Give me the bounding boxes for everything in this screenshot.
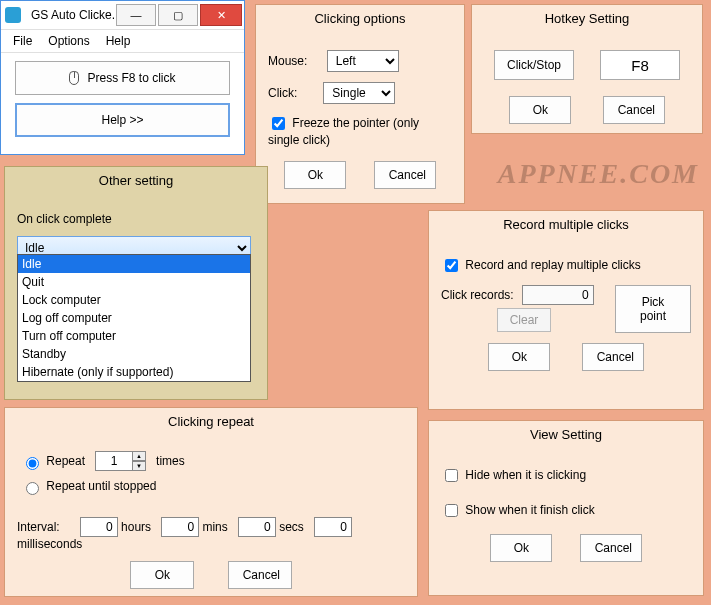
hours-label: hours xyxy=(121,520,151,534)
menu-help[interactable]: Help xyxy=(98,32,139,50)
interval-ms-input[interactable] xyxy=(314,517,352,537)
clicking-options-title: Clicking options xyxy=(256,5,464,32)
view-setting-title: View Setting xyxy=(429,421,703,448)
dropdown-option-standby[interactable]: Standby xyxy=(18,345,250,363)
ok-button[interactable]: Ok xyxy=(490,534,552,562)
hotkey-setting-panel: Hotkey Setting Click/Stop F8 Ok Cancel xyxy=(471,4,703,134)
ok-button[interactable]: Ok xyxy=(284,161,346,189)
ms-label: milliseconds xyxy=(17,537,82,551)
cancel-button[interactable]: Cancel xyxy=(603,96,665,124)
menu-bar: File Options Help xyxy=(1,29,244,53)
repeat-until-stopped-label: Repeat until stopped xyxy=(46,479,156,493)
record-multiple-clicks-panel: Record multiple clicks Record and replay… xyxy=(428,210,704,410)
clicking-repeat-panel: Clicking repeat Repeat ▲ ▼ times Repeat … xyxy=(4,407,418,597)
dropdown-option-logoff[interactable]: Log off computer xyxy=(18,309,250,327)
ok-button[interactable]: Ok xyxy=(509,96,571,124)
ok-button[interactable]: Ok xyxy=(488,343,550,371)
spinner-down[interactable]: ▼ xyxy=(132,461,146,471)
clicking-options-panel: Clicking options Mouse: Left Click: Sing… xyxy=(255,4,465,204)
dropdown-option-hibernate[interactable]: Hibernate (only if supported) xyxy=(18,363,250,381)
close-button[interactable]: ✕ xyxy=(200,4,242,26)
click-label: Click: xyxy=(268,86,297,100)
pick-point-button[interactable]: Pick point xyxy=(615,285,691,333)
click-select[interactable]: Single xyxy=(323,82,395,104)
record-replay-label: Record and replay multiple clicks xyxy=(465,258,640,272)
watermark: APPNEE.COM xyxy=(498,158,699,190)
main-window: GS Auto Clicke... — ▢ ✕ File Options Hel… xyxy=(0,0,245,155)
ok-button[interactable]: Ok xyxy=(130,561,194,589)
clicking-repeat-title: Clicking repeat xyxy=(5,408,417,435)
help-button[interactable]: Help >> xyxy=(15,103,230,137)
record-title: Record multiple clicks xyxy=(429,211,703,238)
spinner-up[interactable]: ▲ xyxy=(132,451,146,461)
mouse-select[interactable]: Left xyxy=(327,50,399,72)
interval-hours-input[interactable] xyxy=(80,517,118,537)
freeze-pointer-label: Freeze the pointer (only single click) xyxy=(268,116,419,147)
maximize-button[interactable]: ▢ xyxy=(158,4,198,26)
cancel-button[interactable]: Cancel xyxy=(580,534,642,562)
cancel-button[interactable]: Cancel xyxy=(374,161,436,189)
window-title: GS Auto Clicke... xyxy=(25,8,116,22)
hotkey-display[interactable]: F8 xyxy=(600,50,680,80)
cancel-button[interactable]: Cancel xyxy=(228,561,292,589)
show-when-finish-checkbox[interactable] xyxy=(445,504,458,517)
record-replay-checkbox[interactable] xyxy=(445,259,458,272)
mins-label: mins xyxy=(202,520,227,534)
dropdown-option-turnoff[interactable]: Turn off computer xyxy=(18,327,250,345)
other-setting-title: Other setting xyxy=(5,167,267,194)
dropdown-option-lock[interactable]: Lock computer xyxy=(18,291,250,309)
interval-secs-input[interactable] xyxy=(238,517,276,537)
menu-file[interactable]: File xyxy=(5,32,40,50)
show-when-finish-label: Show when it finish click xyxy=(465,503,594,517)
repeat-times-input[interactable] xyxy=(95,451,133,471)
dropdown-option-quit[interactable]: Quit xyxy=(18,273,250,291)
interval-mins-input[interactable] xyxy=(161,517,199,537)
mouse-label: Mouse: xyxy=(268,54,307,68)
cancel-button[interactable]: Cancel xyxy=(582,343,644,371)
click-stop-button[interactable]: Click/Stop xyxy=(494,50,574,80)
app-icon xyxy=(5,7,21,23)
click-records-value xyxy=(522,285,594,305)
secs-label: secs xyxy=(279,520,304,534)
freeze-pointer-checkbox[interactable] xyxy=(272,117,285,130)
hide-when-clicking-checkbox[interactable] xyxy=(445,469,458,482)
dropdown-option-idle[interactable]: Idle xyxy=(18,255,250,273)
repeat-n-times-radio[interactable] xyxy=(26,457,39,470)
hide-when-clicking-label: Hide when it is clicking xyxy=(465,468,586,482)
titlebar: GS Auto Clicke... — ▢ ✕ xyxy=(1,1,244,29)
view-setting-panel: View Setting Hide when it is clicking Sh… xyxy=(428,420,704,596)
interval-label: Interval: xyxy=(17,520,60,534)
mouse-icon xyxy=(69,71,79,85)
hotkey-title: Hotkey Setting xyxy=(472,5,702,32)
press-f8-label: Press F8 to click xyxy=(87,71,175,85)
repeat-until-stopped-radio[interactable] xyxy=(26,482,39,495)
click-records-label: Click records: xyxy=(441,288,514,302)
on-click-complete-dropdown[interactable]: Idle Quit Lock computer Log off computer… xyxy=(17,254,251,382)
minimize-button[interactable]: — xyxy=(116,4,156,26)
clear-button[interactable]: Clear xyxy=(497,308,552,332)
times-label: times xyxy=(156,454,185,468)
on-click-complete-label: On click complete xyxy=(17,212,255,226)
menu-options[interactable]: Options xyxy=(40,32,97,50)
help-button-label: Help >> xyxy=(101,113,143,127)
repeat-label: Repeat xyxy=(46,454,85,468)
press-f8-button[interactable]: Press F8 to click xyxy=(15,61,230,95)
